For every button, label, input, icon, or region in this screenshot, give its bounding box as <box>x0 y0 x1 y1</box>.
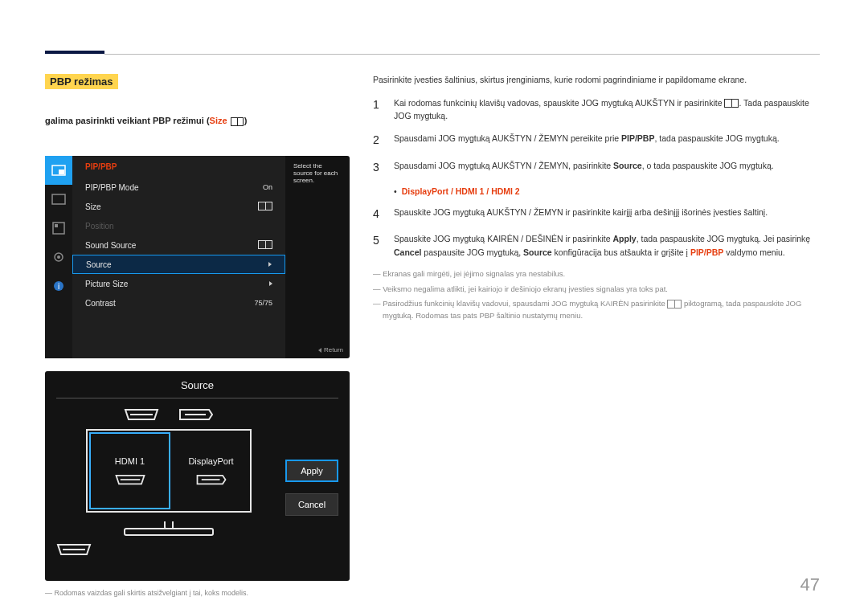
picture-size-label: Picture Size <box>85 280 269 288</box>
apply-button[interactable]: Apply <box>285 460 338 482</box>
osd-row-source[interactable]: Source <box>72 255 285 274</box>
step-1: 1 Kai rodomas funkcinių klavišų vadovas,… <box>373 96 820 123</box>
top-ports <box>56 408 281 421</box>
model-footnote: ― Rodomas vaizdas gali skirtis atsižvelg… <box>45 589 248 597</box>
s3-source: Source <box>613 161 642 170</box>
osd-sidebar: i <box>45 156 72 358</box>
step-4: 4 Spauskite JOG mygtuką AUKŠTYN / ŽEMYN … <box>373 206 820 223</box>
subheading-lead: galima pasirinkti veikiant PBP režimui <box>45 116 207 125</box>
return-icon <box>318 348 321 353</box>
osd-menu: i PIP/PBP PIP/PBP ModeOn Size Position S… <box>45 156 350 358</box>
osd-row-size[interactable]: Size <box>72 197 285 216</box>
sidebar-onscreen-icon[interactable] <box>45 214 72 243</box>
header-divider <box>104 54 820 55</box>
subheading: galima pasirinkti veikiant PBP režimui (… <box>45 116 247 126</box>
sound-value-icon <box>258 240 272 251</box>
size-word: Size <box>210 116 227 125</box>
osd-row-picture-size[interactable]: Picture Size <box>72 274 285 293</box>
displayport-port-icon <box>178 408 214 421</box>
options-list: •DisplayPort / HDMI 1 / HDMI 2 <box>394 186 820 196</box>
s3-text-c: , o tada paspauskite JOG mygtuką. <box>642 161 774 170</box>
sidebar-pip-icon[interactable] <box>45 156 72 185</box>
source-panel: Source HDMI 1 DisplayPort Apply Cancel <box>45 371 350 581</box>
s3-text-a: Spausdami JOG mygtuką AUKŠTYN / ŽEMYN, p… <box>394 161 613 170</box>
step-2: 2 Spausdami JOG mygtuką AUKŠTYN / ŽEMYN … <box>373 132 820 149</box>
step-5-body: Spauskite JOG mygtuką KAIRĖN / DEŠINĖN i… <box>394 232 820 259</box>
s5b: Apply <box>613 234 637 243</box>
osd-row-sound[interactable]: Sound Source <box>72 235 285 255</box>
osd-header: PIP/PBP <box>72 156 285 178</box>
svg-text:i: i <box>58 282 59 291</box>
sound-label: Sound Source <box>85 241 258 250</box>
svg-rect-2 <box>52 194 65 204</box>
intro-text: Pasirinkite įvesties šaltinius, skirtus … <box>373 74 820 87</box>
position-label: Position <box>85 222 272 231</box>
monitor-figure: HDMI 1 DisplayPort <box>56 407 281 567</box>
note-2: ― Veiksmo negalima atlikti, jei kairiojo… <box>373 284 820 296</box>
s2-pip: PIP/PBP <box>621 133 654 143</box>
sidebar-info-icon[interactable]: i <box>45 272 72 300</box>
step-4-num: 4 <box>373 206 394 223</box>
cancel-button[interactable]: Cancel <box>285 493 338 516</box>
s5h: PIP/PBP <box>690 247 723 257</box>
section-title: PBP režimas <box>45 74 118 89</box>
mode-label: PIP/PBP Mode <box>85 183 263 192</box>
hdmi-port-icon <box>124 408 159 421</box>
step-2-num: 2 <box>373 132 394 149</box>
note-3: ― Pasirodžius funkcinių klavišų vadovui,… <box>373 298 820 321</box>
s5f: Source <box>523 247 552 257</box>
s5i: valdymo meniu. <box>723 247 784 257</box>
size-value-icon <box>258 202 272 212</box>
step-1-body: Kai rodomas funkcinių klavišų vadovas, s… <box>394 96 820 123</box>
osd-body: PIP/PBP PIP/PBP ModeOn Size Position Sou… <box>72 156 285 358</box>
dp-label: DisplayPort <box>188 456 233 466</box>
svg-point-6 <box>57 255 60 259</box>
dp-small-icon <box>195 474 227 485</box>
svg-rect-4 <box>55 224 58 227</box>
step-1-num: 1 <box>373 96 394 123</box>
osd-tooltip: Select the source for each screen. <box>285 156 350 190</box>
step-5: 5 Spauskite JOG mygtuką KAIRĖN / DEŠINĖN… <box>373 232 820 259</box>
step-4-body: Spauskite JOG mygtuką AUKŠTYN / ŽEMYN ir… <box>394 206 820 223</box>
monitor-stand <box>86 517 252 540</box>
split-screen-icon <box>231 117 244 126</box>
step-3-body: Spausdami JOG mygtuką AUKŠTYN / ŽEMYN, p… <box>394 159 820 177</box>
menu-icon <box>724 99 739 108</box>
sidebar-system-icon[interactable] <box>45 243 72 272</box>
s5c: , tada paspauskite JOG mygtuką. Jei pasi… <box>637 234 811 243</box>
step-5-num: 5 <box>373 232 394 259</box>
s5d: Cancel <box>394 247 421 257</box>
return-label: Return <box>324 346 343 353</box>
step-3-num: 3 <box>373 159 394 177</box>
osd-row-mode[interactable]: PIP/PBP ModeOn <box>72 178 285 197</box>
picture-size-enter-icon <box>269 280 272 288</box>
src-divider-top <box>56 398 338 398</box>
source-label: Source <box>86 260 268 269</box>
hdmi-label: HDMI 1 <box>115 456 145 466</box>
sidebar-picture-icon[interactable] <box>45 185 72 214</box>
osd-return[interactable]: Return <box>318 346 343 353</box>
s5g: konfigūracija bus atšaukta ir grįšite į <box>552 247 690 257</box>
button-group: Apply Cancel <box>285 460 338 516</box>
contrast-value: 75/75 <box>254 299 272 307</box>
source-panel-title: Source <box>45 371 350 391</box>
pbp-icon-small <box>667 300 682 309</box>
osd-row-position: Position <box>72 216 285 235</box>
half-displayport[interactable]: DisplayPort <box>172 431 250 511</box>
size-label: Size <box>85 202 258 211</box>
screen-outline: HDMI 1 DisplayPort <box>86 429 252 513</box>
osd-row-contrast[interactable]: Contrast75/75 <box>72 293 285 313</box>
s5a: Spauskite JOG mygtuką KAIRĖN / DEŠINĖN i… <box>394 234 613 243</box>
options-text: DisplayPort / HDMI 1 / HDMI 2 <box>402 186 520 196</box>
half-hdmi[interactable]: HDMI 1 <box>89 432 170 509</box>
mode-value: On <box>263 183 272 191</box>
source-enter-icon <box>268 260 272 268</box>
page-number: 47 <box>800 574 820 595</box>
svg-rect-1 <box>59 170 64 174</box>
notes: ― Ekranas gali mirgėti, jei įėjimo signa… <box>373 268 820 322</box>
hdmi2-port-icon <box>56 543 92 556</box>
s1-text-a: Kai rodomas funkcinių klavišų vadovas, s… <box>394 98 724 108</box>
note-1: ― Ekranas gali mirgėti, jei įėjimo signa… <box>373 268 820 280</box>
s2-text-a: Spausdami JOG mygtuką AUKŠTYN / ŽEMYN pe… <box>394 133 621 143</box>
s5e: paspausite JOG mygtuką, <box>421 247 523 257</box>
